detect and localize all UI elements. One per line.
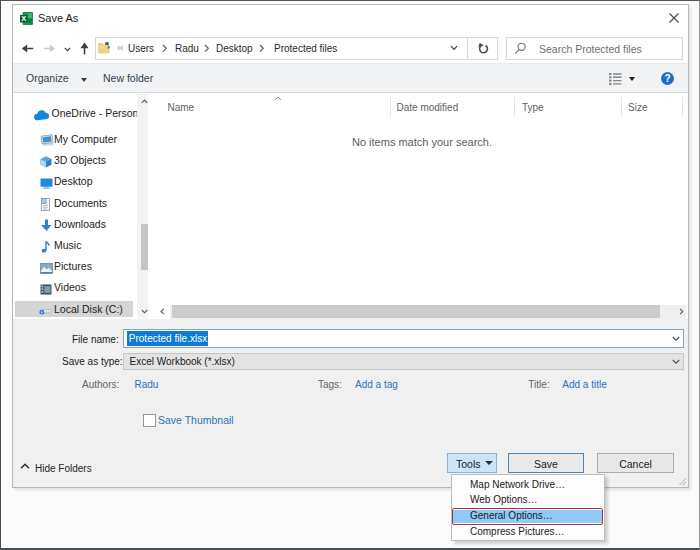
svg-text:X: X — [21, 14, 26, 23]
